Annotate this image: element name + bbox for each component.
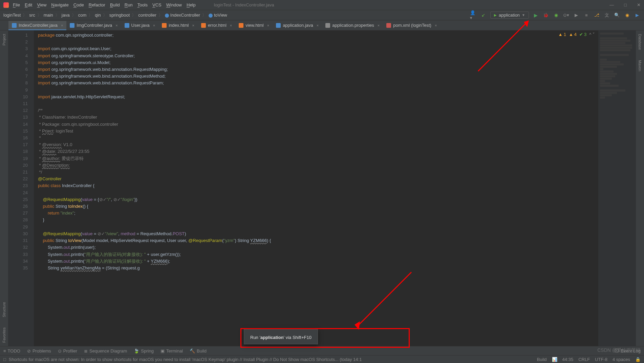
menu-run[interactable]: Run bbox=[125, 2, 133, 7]
tool-profiler[interactable]: ⊙Profiler bbox=[58, 348, 77, 354]
file-icon bbox=[70, 23, 74, 28]
tool-spring[interactable]: 🍃Spring bbox=[134, 348, 154, 354]
tab-application.java[interactable]: application.java× bbox=[273, 21, 322, 30]
file-icon bbox=[325, 23, 330, 28]
status-message[interactable]: Shortcuts for macOS are not shown: In or… bbox=[9, 357, 362, 362]
status-indent[interactable]: 4 spaces bbox=[613, 357, 630, 362]
coverage-button[interactable]: ◉ bbox=[553, 12, 559, 19]
editor-tabs: IndexController.java×ImgController.java×… bbox=[0, 20, 644, 31]
tab-error.html[interactable]: error.html× bbox=[198, 21, 235, 30]
watermark: CSDN @爱徒巴菲特 bbox=[597, 347, 641, 354]
menu-build[interactable]: Build bbox=[110, 2, 120, 7]
tab-index.html[interactable]: index.html× bbox=[158, 21, 198, 30]
file-icon bbox=[276, 23, 281, 28]
debug-button[interactable]: 🐞 bbox=[542, 12, 549, 19]
bottom-toolbar: ≡TODO⊘Problems⊙Profiler≣Sequence Diagram… bbox=[0, 346, 644, 355]
tab-IndexController.java[interactable]: IndexController.java× bbox=[8, 21, 66, 30]
status-encoding[interactable]: UTF-8 bbox=[595, 357, 607, 362]
crumb-loginTest[interactable]: loginTest bbox=[3, 13, 21, 18]
menu-bar: FileEditViewNavigateCodeRefactorBuildRun… bbox=[0, 0, 644, 10]
run-anything-button[interactable]: ▶ bbox=[573, 12, 580, 19]
file-icon bbox=[201, 23, 206, 28]
project-tool[interactable]: Project bbox=[2, 34, 6, 45]
tab-application.properties[interactable]: application.properties× bbox=[322, 21, 383, 30]
tool-todo[interactable]: ≡TODO bbox=[3, 348, 20, 354]
tab-view.html[interactable]: view.html× bbox=[235, 21, 273, 30]
menu-edit[interactable]: Edit bbox=[25, 2, 32, 7]
minimap[interactable] bbox=[598, 31, 636, 346]
inspection-stats[interactable]: ▲ 1 ▲ 4 ✔ 3 ^ ˅ bbox=[558, 32, 595, 37]
crumb-com[interactable]: com bbox=[78, 13, 87, 18]
close-tab-icon[interactable]: × bbox=[378, 23, 380, 27]
menu-help[interactable]: Help bbox=[187, 2, 196, 7]
editor[interactable]: ▲ 1 ▲ 4 ✔ 3 ^ ˅ 123456789101112131415161… bbox=[8, 31, 636, 346]
tool-terminal[interactable]: ▣Terminal bbox=[160, 348, 183, 354]
menu-window[interactable]: Window bbox=[166, 2, 182, 7]
menu-refactor[interactable]: Refactor bbox=[89, 2, 105, 7]
close-tab-icon[interactable]: × bbox=[192, 23, 194, 27]
status-mem-icon[interactable]: 📊 bbox=[552, 357, 557, 362]
close-tab-icon[interactable]: × bbox=[317, 23, 319, 27]
menu-view[interactable]: View bbox=[37, 2, 46, 7]
right-sidebar: Database Maven bbox=[636, 31, 644, 346]
tool-build[interactable]: 🔨Build bbox=[190, 348, 207, 354]
run-config-select[interactable]: ▶ application ▼ bbox=[490, 12, 529, 19]
menu-navigate[interactable]: Navigate bbox=[51, 2, 68, 7]
close-tab-icon[interactable]: × bbox=[230, 23, 232, 27]
stop-button[interactable]: ■ bbox=[583, 12, 590, 19]
tab-User.java[interactable]: User.java× bbox=[121, 21, 159, 30]
status-caret[interactable]: 44:35 bbox=[562, 357, 574, 362]
favorites-tool[interactable]: Favorites bbox=[2, 327, 6, 343]
app-logo-icon bbox=[3, 2, 9, 8]
status-icon[interactable]: □ bbox=[3, 357, 6, 362]
gutter[interactable]: 1234567891011121314151617181920212223242… bbox=[8, 31, 34, 346]
translate-icon[interactable]: 文 bbox=[603, 12, 610, 19]
crumb-qin[interactable]: qin bbox=[95, 13, 101, 18]
file-icon bbox=[125, 23, 129, 28]
file-icon bbox=[386, 23, 391, 28]
crumb-toView[interactable]: toView bbox=[209, 13, 227, 18]
crumb-springboot[interactable]: springboot bbox=[109, 13, 130, 18]
tool-problems[interactable]: ⊘Problems bbox=[27, 348, 51, 354]
crumb-src[interactable]: src bbox=[29, 13, 35, 18]
close-tab-icon[interactable]: × bbox=[267, 23, 269, 27]
menu-code[interactable]: Code bbox=[73, 2, 84, 7]
profile-button[interactable]: ⊙▾ bbox=[563, 12, 570, 19]
crumb-IndexController[interactable]: IndexController bbox=[165, 13, 200, 18]
status-lock-icon[interactable]: 🔒 bbox=[635, 357, 641, 362]
tab-ImgController.java[interactable]: ImgController.java× bbox=[66, 21, 121, 30]
search-icon[interactable]: 🔍 bbox=[614, 12, 620, 19]
menu-file[interactable]: File bbox=[13, 2, 20, 7]
git-icon[interactable]: ⎇ bbox=[593, 12, 600, 19]
crumb-java[interactable]: java bbox=[62, 13, 70, 18]
user-icon[interactable]: 👤▾ bbox=[470, 12, 477, 19]
structure-tool[interactable]: Structure bbox=[2, 302, 6, 317]
window-controls: — □ ✕ bbox=[609, 2, 641, 7]
database-tool[interactable]: Database bbox=[638, 34, 642, 50]
avatar-icon[interactable]: ▶ bbox=[634, 12, 641, 19]
maven-tool[interactable]: Maven bbox=[638, 60, 642, 71]
minimize-icon[interactable]: — bbox=[609, 2, 614, 7]
close-tab-icon[interactable]: × bbox=[153, 23, 155, 27]
run-button[interactable]: ▶ bbox=[532, 12, 539, 19]
close-icon[interactable]: ✕ bbox=[637, 2, 641, 7]
tool-sequence diagram[interactable]: ≣Sequence Diagram bbox=[84, 348, 127, 354]
menu-tools[interactable]: Tools bbox=[137, 2, 148, 7]
file-icon bbox=[239, 23, 243, 28]
tab-pom.xml (loginTest)[interactable]: pom.xml (loginTest)× bbox=[383, 21, 440, 30]
maximize-icon[interactable]: □ bbox=[624, 2, 627, 7]
settings-icon[interactable]: ◉ bbox=[624, 12, 630, 19]
status-eol[interactable]: CRLF bbox=[578, 357, 590, 362]
close-tab-icon[interactable]: × bbox=[61, 23, 63, 27]
crumb-controller[interactable]: controller bbox=[138, 13, 156, 18]
sync-icon[interactable]: ↙ bbox=[480, 12, 487, 19]
status-bar: □ Shortcuts for macOS are not shown: In … bbox=[0, 355, 644, 363]
menu-vcs[interactable]: VCS bbox=[152, 2, 162, 7]
crumb-main[interactable]: main bbox=[44, 13, 53, 18]
status-build[interactable]: Build bbox=[537, 357, 547, 362]
code-area[interactable]: package com.qin.springboot.controller; i… bbox=[34, 31, 598, 346]
close-tab-icon[interactable]: × bbox=[115, 23, 117, 27]
close-tab-icon[interactable]: × bbox=[435, 23, 437, 27]
file-icon bbox=[12, 23, 17, 28]
run-tooltip: Run 'application' via Shift+F10 bbox=[244, 329, 318, 344]
